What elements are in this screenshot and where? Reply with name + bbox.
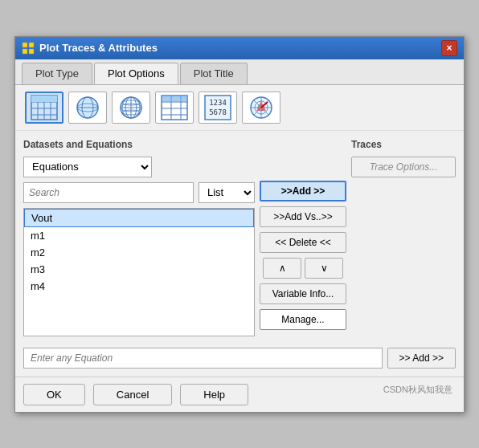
equation-input[interactable] [23, 348, 383, 369]
title-bar-left: Plot Traces & Attributes [22, 42, 158, 55]
list-item-m4[interactable]: m4 [24, 278, 254, 295]
svg-rect-14 [51, 96, 57, 102]
cancel-button[interactable]: Cancel [93, 384, 172, 405]
delete-button[interactable]: << Delete << [260, 232, 346, 253]
tab-plot-title[interactable]: Plot Title [180, 63, 248, 84]
variable-info-button[interactable]: Variable Info... [260, 283, 346, 304]
main-window: Plot Traces & Attributes × Plot Type Plo… [14, 36, 465, 413]
svg-rect-35 [181, 96, 187, 102]
svg-rect-3 [29, 49, 34, 54]
ok-button[interactable]: OK [23, 384, 85, 405]
number-button[interactable]: 1234 5678 [199, 92, 237, 124]
svg-rect-34 [171, 96, 181, 102]
traces-label: Traces [351, 139, 456, 150]
app-icon [22, 42, 35, 55]
help-button[interactable]: Help [180, 384, 248, 405]
variable-list: Vout m1 m2 m3 m4 [23, 208, 255, 336]
svg-rect-13 [44, 96, 51, 102]
svg-rect-33 [162, 96, 171, 102]
svg-rect-0 [23, 43, 27, 47]
main-content: Datasets and Equations Equations List Vo… [15, 131, 464, 344]
manage-button[interactable]: Manage... [260, 309, 346, 330]
grid-table-button[interactable] [25, 92, 63, 124]
globe-wireframe-button[interactable] [112, 92, 150, 124]
tab-plot-options[interactable]: Plot Options [94, 63, 178, 84]
arrow-buttons: ∧ ∨ [260, 258, 346, 279]
tab-plot-type[interactable]: Plot Type [22, 63, 92, 84]
watermark: CSDN秋风知我意 [383, 384, 456, 405]
up-button[interactable]: ∧ [263, 258, 301, 279]
bottom-add-button[interactable]: >> Add >> [387, 348, 456, 369]
radar-button[interactable] [242, 92, 280, 124]
list-item-vout[interactable]: Vout [24, 209, 254, 227]
list-dropdown[interactable]: List [199, 182, 255, 203]
svg-rect-1 [29, 43, 34, 47]
dataset-dropdown-row: Equations [23, 157, 255, 177]
left-panel: Datasets and Equations Equations List Vo… [23, 139, 255, 336]
right-panel: Traces Trace Options... [351, 139, 456, 336]
window-title: Plot Traces & Attributes [39, 42, 158, 54]
svg-text:5678: 5678 [209, 108, 227, 116]
dataset-dropdown[interactable]: Equations [23, 157, 152, 177]
list-item-m1[interactable]: m1 [24, 227, 254, 244]
trace-options-button[interactable]: Trace Options... [351, 157, 456, 177]
add-button[interactable]: >>Add >> [260, 181, 346, 202]
list-item-m2[interactable]: m2 [24, 244, 254, 261]
footer: OK Cancel Help CSDN秋风知我意 [15, 377, 464, 412]
bar-table-button[interactable] [155, 92, 194, 124]
svg-rect-11 [31, 96, 38, 102]
add-vs-button[interactable]: >>Add Vs..>> [260, 206, 346, 227]
search-input[interactable] [23, 182, 194, 203]
bottom-row: >> Add >> [15, 344, 464, 377]
icon-toolbar: 1234 5678 [15, 85, 464, 131]
tab-bar: Plot Type Plot Options Plot Title [15, 59, 464, 85]
title-bar: Plot Traces & Attributes × [15, 37, 464, 59]
middle-panel: >>Add >> >>Add Vs..>> << Delete << ∧ ∨ V… [255, 139, 351, 336]
list-item-m3[interactable]: m3 [24, 261, 254, 278]
down-button[interactable]: ∨ [305, 258, 343, 279]
close-button[interactable]: × [441, 40, 457, 56]
svg-rect-2 [23, 49, 27, 54]
svg-text:1234: 1234 [209, 99, 227, 107]
datasets-label: Datasets and Equations [23, 139, 255, 150]
search-list-row: List [23, 182, 255, 203]
svg-rect-12 [38, 96, 44, 102]
globe-solid-button[interactable] [68, 92, 107, 124]
